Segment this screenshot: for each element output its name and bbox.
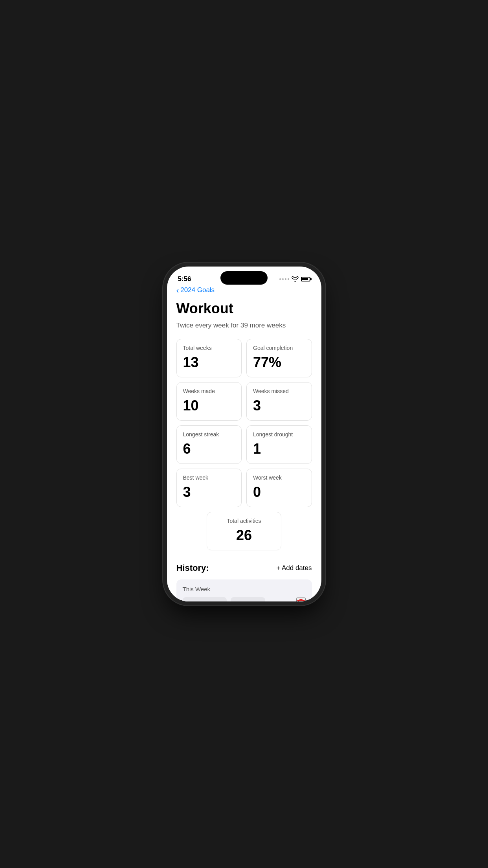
this-week-section: This Week Mar 27, 2024 12:00 PM Mar 31, … [176,579,312,601]
stat-label-best-week: Best week [183,474,235,481]
stat-card-weeks-missed: Weeks missed 3 [246,382,312,421]
page-subtitle: Twice every week for 39 more weeks [176,322,312,329]
this-week-label: This Week [183,586,306,592]
stat-value-total-weeks: 13 [183,354,235,371]
stat-card-longest-streak: Longest streak 6 [176,425,242,464]
stat-label-goal-completion: Goal completion [253,345,305,351]
stat-value-weeks-missed: 3 [253,397,305,414]
time-badge-1: 12:00 PM [231,597,265,601]
add-dates-label[interactable]: + Add dates [276,564,312,572]
back-nav[interactable]: ‹ 2024 Goals [176,286,312,294]
stat-value-best-week: 3 [183,484,235,500]
add-dates-button[interactable]: + Add dates [276,564,312,572]
stat-label-total-weeks: Total weeks [183,345,235,351]
back-nav-label[interactable]: 2024 Goals [180,286,215,294]
total-activities-label: Total activities [213,518,275,524]
history-title: History: [176,563,209,573]
screen-content[interactable]: ‹ 2024 Goals Workout Twice every week fo… [167,286,321,601]
stat-value-worst-week: 0 [253,484,305,500]
stats-grid: Total weeks 13 Goal completion 77% Weeks… [176,339,312,507]
total-activities-card: Total activities 26 [207,512,281,550]
stat-card-worst-week: Worst week 0 [246,469,312,507]
stat-value-goal-completion: 77% [253,354,305,371]
stat-value-weeks-made: 10 [183,397,235,414]
stat-value-longest-drought: 1 [253,441,305,457]
total-activities-value: 26 [213,527,275,544]
signal-dots-icon [279,278,289,280]
stat-label-weeks-made: Weeks made [183,388,235,394]
delete-button-1[interactable] [296,598,306,601]
history-row: Mar 27, 2024 12:00 PM [183,597,306,601]
dynamic-island [220,271,268,285]
stat-label-longest-drought: Longest drought [253,431,305,438]
stat-card-weeks-made: Weeks made 10 [176,382,242,421]
back-chevron-icon: ‹ [176,286,179,294]
status-time: 5:56 [178,275,191,283]
status-icons [279,276,310,282]
stat-card-best-week: Best week 3 [176,469,242,507]
stat-card-goal-completion: Goal completion 77% [246,339,312,377]
date-badge-1: Mar 27, 2024 [183,597,227,601]
battery-icon [301,277,310,281]
stat-label-longest-streak: Longest streak [183,431,235,438]
stat-card-longest-drought: Longest drought 1 [246,425,312,464]
phone-frame: 5:56 ‹ 2024 Goals [167,267,321,601]
stat-label-weeks-missed: Weeks missed [253,388,305,394]
stat-label-worst-week: Worst week [253,474,305,481]
wifi-icon [292,276,299,282]
stat-value-longest-streak: 6 [183,441,235,457]
page-title: Workout [176,300,312,317]
history-header: History: + Add dates [176,563,312,573]
trash-icon [297,598,305,601]
stat-card-total-weeks: Total weeks 13 [176,339,242,377]
